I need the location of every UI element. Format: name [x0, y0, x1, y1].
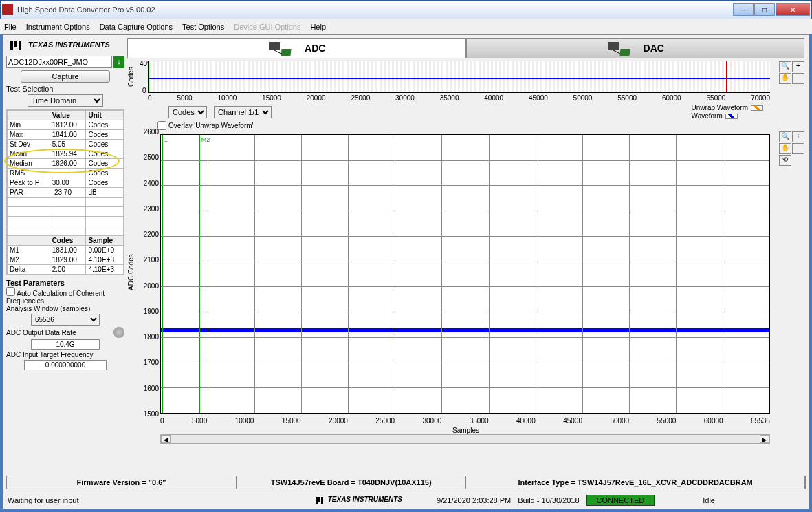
window-title: High Speed Data Converter Pro v5.00.02	[17, 6, 729, 14]
menu-device-gui: Device GUI Options	[234, 23, 300, 31]
minimize-button[interactable]: ─	[733, 3, 754, 16]
menu-file[interactable]: File	[4, 23, 17, 31]
menu-test[interactable]: Test Options	[182, 23, 224, 31]
maximize-button[interactable]: □	[754, 3, 775, 16]
titlebar: High Speed Data Converter Pro v5.00.02 ─…	[0, 0, 812, 19]
menubar: File Instrument Options Data Capture Opt…	[0, 19, 812, 34]
menu-instrument[interactable]: Instrument Options	[26, 23, 90, 31]
close-button[interactable]: ✕	[776, 3, 810, 16]
app-icon	[2, 4, 13, 15]
menu-data-capture[interactable]: Data Capture Options	[100, 23, 173, 31]
menu-help[interactable]: Help	[310, 23, 326, 31]
